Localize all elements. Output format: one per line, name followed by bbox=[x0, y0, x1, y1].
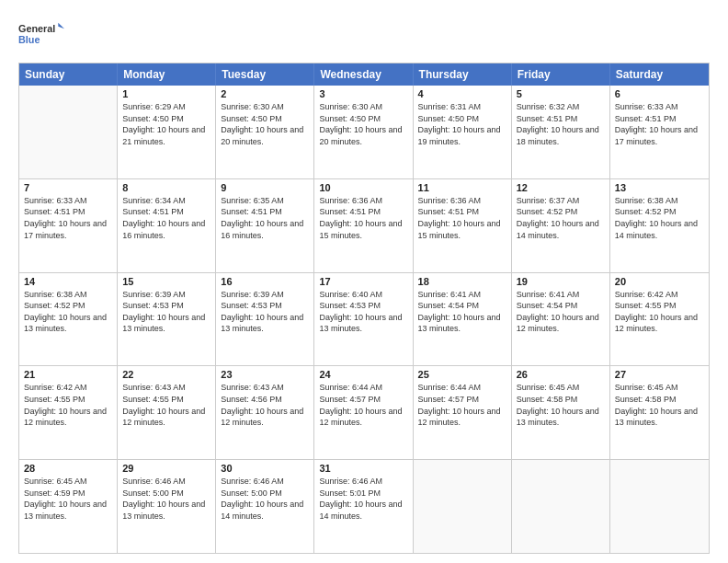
cal-cell-r4-c2: 30Sunrise: 6:46 AMSunset: 5:00 PMDayligh… bbox=[216, 460, 314, 553]
cal-cell-r0-c0 bbox=[19, 86, 118, 178]
day-number: 11 bbox=[418, 182, 506, 193]
cal-cell-r3-c4: 25Sunrise: 6:44 AMSunset: 4:57 PMDayligh… bbox=[414, 366, 512, 459]
cal-header-friday: Friday bbox=[512, 63, 610, 86]
cell-info: Sunrise: 6:43 AMSunset: 4:55 PMDaylight:… bbox=[122, 382, 210, 428]
cell-info: Sunrise: 6:43 AMSunset: 4:56 PMDaylight:… bbox=[221, 382, 309, 428]
cell-info: Sunrise: 6:44 AMSunset: 4:57 PMDaylight:… bbox=[319, 382, 407, 428]
svg-text:Blue: Blue bbox=[18, 34, 40, 45]
cal-cell-r4-c6 bbox=[610, 460, 709, 553]
calendar: SundayMondayTuesdayWednesdayThursdayFrid… bbox=[18, 63, 710, 554]
day-number: 4 bbox=[418, 88, 506, 99]
cal-cell-r3-c0: 21Sunrise: 6:42 AMSunset: 4:55 PMDayligh… bbox=[19, 366, 118, 459]
cell-info: Sunrise: 6:36 AMSunset: 4:51 PMDaylight:… bbox=[418, 195, 506, 241]
cal-header-sunday: Sunday bbox=[19, 63, 118, 86]
cell-info: Sunrise: 6:31 AMSunset: 4:50 PMDaylight:… bbox=[418, 101, 506, 147]
cal-cell-r0-c4: 4Sunrise: 6:31 AMSunset: 4:50 PMDaylight… bbox=[414, 86, 512, 178]
day-number: 2 bbox=[221, 88, 309, 99]
day-number: 10 bbox=[319, 182, 407, 193]
cal-cell-r1-c1: 8Sunrise: 6:34 AMSunset: 4:51 PMDaylight… bbox=[118, 179, 216, 272]
day-number: 22 bbox=[122, 369, 210, 380]
cell-info: Sunrise: 6:32 AMSunset: 4:51 PMDaylight:… bbox=[517, 101, 605, 147]
cal-cell-r2-c3: 17Sunrise: 6:40 AMSunset: 4:53 PMDayligh… bbox=[314, 273, 413, 366]
cell-info: Sunrise: 6:39 AMSunset: 4:53 PMDaylight:… bbox=[122, 289, 210, 335]
day-number: 25 bbox=[418, 369, 506, 380]
cell-info: Sunrise: 6:38 AMSunset: 4:52 PMDaylight:… bbox=[24, 289, 112, 335]
cell-info: Sunrise: 6:39 AMSunset: 4:53 PMDaylight:… bbox=[221, 289, 309, 335]
calendar-body: 1Sunrise: 6:29 AMSunset: 4:50 PMDaylight… bbox=[19, 86, 709, 553]
cal-cell-r3-c5: 26Sunrise: 6:45 AMSunset: 4:58 PMDayligh… bbox=[512, 366, 610, 459]
day-number: 31 bbox=[319, 463, 407, 474]
day-number: 8 bbox=[122, 182, 210, 193]
svg-marker-2 bbox=[58, 23, 64, 29]
day-number: 7 bbox=[24, 182, 112, 193]
cell-info: Sunrise: 6:30 AMSunset: 4:50 PMDaylight:… bbox=[319, 101, 407, 147]
cell-info: Sunrise: 6:29 AMSunset: 4:50 PMDaylight:… bbox=[122, 101, 210, 147]
day-number: 9 bbox=[221, 182, 309, 193]
cal-cell-r4-c1: 29Sunrise: 6:46 AMSunset: 5:00 PMDayligh… bbox=[118, 460, 216, 553]
day-number: 29 bbox=[122, 463, 210, 474]
cal-row-4: 28Sunrise: 6:45 AMSunset: 4:59 PMDayligh… bbox=[19, 459, 709, 553]
cal-cell-r3-c3: 24Sunrise: 6:44 AMSunset: 4:57 PMDayligh… bbox=[314, 366, 413, 459]
cal-header-thursday: Thursday bbox=[414, 63, 512, 86]
cell-info: Sunrise: 6:45 AMSunset: 4:58 PMDaylight:… bbox=[615, 382, 704, 428]
day-number: 20 bbox=[615, 276, 704, 287]
day-number: 26 bbox=[517, 369, 605, 380]
day-number: 18 bbox=[418, 276, 506, 287]
day-number: 15 bbox=[122, 276, 210, 287]
day-number: 14 bbox=[24, 276, 112, 287]
cell-info: Sunrise: 6:46 AMSunset: 5:00 PMDaylight:… bbox=[122, 476, 210, 522]
cell-info: Sunrise: 6:46 AMSunset: 5:01 PMDaylight:… bbox=[319, 476, 407, 522]
cal-cell-r2-c0: 14Sunrise: 6:38 AMSunset: 4:52 PMDayligh… bbox=[19, 273, 118, 366]
day-number: 12 bbox=[517, 182, 605, 193]
cal-cell-r2-c2: 16Sunrise: 6:39 AMSunset: 4:53 PMDayligh… bbox=[216, 273, 314, 366]
day-number: 16 bbox=[221, 276, 309, 287]
cell-info: Sunrise: 6:34 AMSunset: 4:51 PMDaylight:… bbox=[122, 195, 210, 241]
calendar-header-row: SundayMondayTuesdayWednesdayThursdayFrid… bbox=[19, 63, 709, 86]
cal-cell-r3-c2: 23Sunrise: 6:43 AMSunset: 4:56 PMDayligh… bbox=[216, 366, 314, 459]
cal-cell-r0-c1: 1Sunrise: 6:29 AMSunset: 4:50 PMDaylight… bbox=[118, 86, 216, 178]
cell-info: Sunrise: 6:45 AMSunset: 4:59 PMDaylight:… bbox=[24, 476, 112, 522]
cal-cell-r1-c4: 11Sunrise: 6:36 AMSunset: 4:51 PMDayligh… bbox=[414, 179, 512, 272]
cal-row-0: 1Sunrise: 6:29 AMSunset: 4:50 PMDaylight… bbox=[19, 86, 709, 178]
cal-header-monday: Monday bbox=[118, 63, 216, 86]
cal-cell-r4-c4 bbox=[414, 460, 512, 553]
cell-info: Sunrise: 6:36 AMSunset: 4:51 PMDaylight:… bbox=[319, 195, 407, 241]
svg-text:General: General bbox=[18, 23, 55, 34]
logo-svg: General Blue bbox=[18, 17, 64, 53]
cal-row-3: 21Sunrise: 6:42 AMSunset: 4:55 PMDayligh… bbox=[19, 365, 709, 459]
day-number: 1 bbox=[122, 88, 210, 99]
cal-cell-r4-c0: 28Sunrise: 6:45 AMSunset: 4:59 PMDayligh… bbox=[19, 460, 118, 553]
cal-cell-r1-c2: 9Sunrise: 6:35 AMSunset: 4:51 PMDaylight… bbox=[216, 179, 314, 272]
cal-cell-r1-c6: 13Sunrise: 6:38 AMSunset: 4:52 PMDayligh… bbox=[610, 179, 709, 272]
cell-info: Sunrise: 6:30 AMSunset: 4:50 PMDaylight:… bbox=[221, 101, 309, 147]
cell-info: Sunrise: 6:38 AMSunset: 4:52 PMDaylight:… bbox=[615, 195, 704, 241]
header: General Blue bbox=[18, 17, 710, 53]
day-number: 3 bbox=[319, 88, 407, 99]
cal-cell-r4-c5 bbox=[512, 460, 610, 553]
day-number: 23 bbox=[221, 369, 309, 380]
cell-info: Sunrise: 6:41 AMSunset: 4:54 PMDaylight:… bbox=[517, 289, 605, 335]
cal-header-wednesday: Wednesday bbox=[314, 63, 413, 86]
cal-cell-r3-c6: 27Sunrise: 6:45 AMSunset: 4:58 PMDayligh… bbox=[610, 366, 709, 459]
day-number: 28 bbox=[24, 463, 112, 474]
cal-cell-r0-c3: 3Sunrise: 6:30 AMSunset: 4:50 PMDaylight… bbox=[314, 86, 413, 178]
day-number: 13 bbox=[615, 182, 704, 193]
cal-cell-r0-c2: 2Sunrise: 6:30 AMSunset: 4:50 PMDaylight… bbox=[216, 86, 314, 178]
cal-cell-r1-c3: 10Sunrise: 6:36 AMSunset: 4:51 PMDayligh… bbox=[314, 179, 413, 272]
cal-cell-r2-c1: 15Sunrise: 6:39 AMSunset: 4:53 PMDayligh… bbox=[118, 273, 216, 366]
cal-cell-r2-c4: 18Sunrise: 6:41 AMSunset: 4:54 PMDayligh… bbox=[414, 273, 512, 366]
day-number: 27 bbox=[615, 369, 704, 380]
cal-cell-r2-c5: 19Sunrise: 6:41 AMSunset: 4:54 PMDayligh… bbox=[512, 273, 610, 366]
cal-cell-r1-c5: 12Sunrise: 6:37 AMSunset: 4:52 PMDayligh… bbox=[512, 179, 610, 272]
cell-info: Sunrise: 6:35 AMSunset: 4:51 PMDaylight:… bbox=[221, 195, 309, 241]
day-number: 24 bbox=[319, 369, 407, 380]
day-number: 6 bbox=[615, 88, 704, 99]
cell-info: Sunrise: 6:37 AMSunset: 4:52 PMDaylight:… bbox=[517, 195, 605, 241]
cal-cell-r1-c0: 7Sunrise: 6:33 AMSunset: 4:51 PMDaylight… bbox=[19, 179, 118, 272]
day-number: 17 bbox=[319, 276, 407, 287]
day-number: 5 bbox=[517, 88, 605, 99]
cal-cell-r0-c5: 5Sunrise: 6:32 AMSunset: 4:51 PMDaylight… bbox=[512, 86, 610, 178]
cell-info: Sunrise: 6:41 AMSunset: 4:54 PMDaylight:… bbox=[418, 289, 506, 335]
cal-cell-r0-c6: 6Sunrise: 6:33 AMSunset: 4:51 PMDaylight… bbox=[610, 86, 709, 178]
day-number: 30 bbox=[221, 463, 309, 474]
